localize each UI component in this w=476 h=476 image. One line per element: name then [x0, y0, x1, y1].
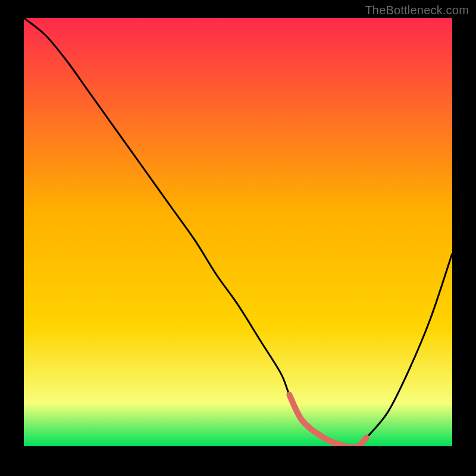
watermark-label: TheBottleneck.com: [365, 4, 469, 17]
chart-plot-area: [24, 18, 452, 446]
chart-curve: [24, 18, 452, 446]
